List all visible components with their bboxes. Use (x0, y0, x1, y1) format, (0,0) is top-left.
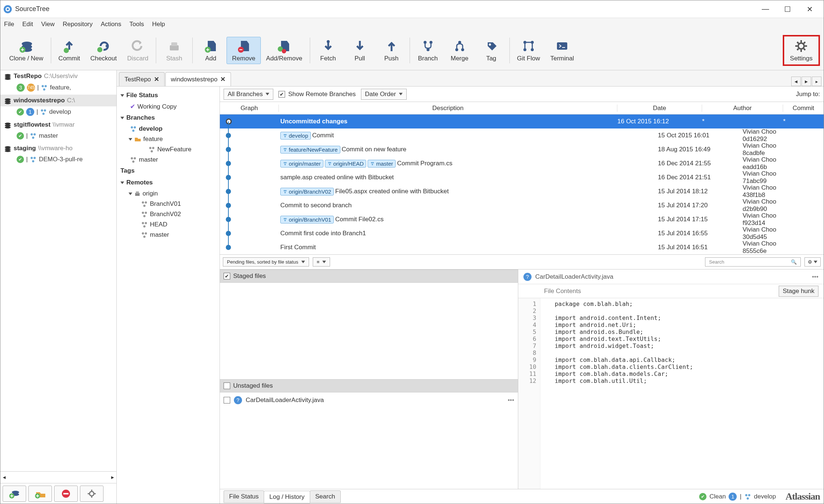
commit-row[interactable]: origin/master origin/HEAD master Commit … (220, 156, 824, 170)
col-commit[interactable]: Commit (783, 105, 824, 112)
commit-row[interactable]: Commit first code into Branch1 15 Jul 20… (220, 226, 824, 240)
tab-prev-button[interactable]: ◄ (791, 77, 801, 86)
unstaged-files-header[interactable]: Unstaged files (220, 379, 518, 392)
tag-button[interactable]: Tag (476, 37, 507, 64)
tab-log-history[interactable]: Log / History (264, 491, 310, 503)
svg-point-59 (34, 157, 36, 159)
nav-develop[interactable]: develop (119, 124, 217, 134)
add-remove-button[interactable]: Add/Remove (261, 37, 307, 64)
options-button[interactable]: ⚙ (804, 257, 821, 267)
nav-branchv01[interactable]: BranchV01 (119, 199, 217, 209)
nav-head[interactable]: HEAD (119, 219, 217, 230)
nav-feature-folder[interactable]: feature (119, 134, 217, 144)
push-button[interactable]: Push (376, 37, 407, 64)
discard-button[interactable]: Discard (122, 37, 154, 64)
col-date[interactable]: Date (617, 105, 702, 112)
menu-actions[interactable]: Actions (101, 21, 122, 28)
menu-file[interactable]: File (4, 21, 14, 28)
commit-row[interactable]: feature/NewFeature Commit on new feature… (220, 142, 824, 156)
svg-point-89 (142, 222, 144, 224)
svg-point-107 (371, 162, 372, 163)
commit-row[interactable]: sample.asp created online with Bitbucket… (220, 170, 824, 184)
nav-file-status[interactable]: File Status (119, 89, 217, 101)
merge-button[interactable]: Merge (444, 37, 476, 64)
nav-remotes[interactable]: Remotes (119, 177, 217, 188)
add-button[interactable]: Add (195, 37, 227, 64)
maximize-button[interactable]: ☐ (776, 0, 799, 18)
menu-repository[interactable]: Repository (63, 21, 92, 28)
svg-point-57 (5, 150, 11, 152)
close-tab-icon[interactable]: ✕ (220, 75, 225, 83)
col-author[interactable]: Author (702, 105, 783, 112)
checkout-button[interactable]: Checkout (85, 37, 122, 64)
commit-button[interactable]: Commit (53, 37, 85, 64)
repo-item[interactable]: staging \\vmware-ho (0, 142, 116, 154)
branch-button[interactable]: Branch (412, 37, 444, 64)
svg-point-87 (145, 212, 147, 214)
gitflow-button[interactable]: Git Flow (512, 37, 545, 64)
tab-file-status[interactable]: File Status (224, 490, 264, 503)
sidebar-scroll[interactable]: ◄► (0, 471, 116, 483)
remove-button[interactable]: Remove (227, 37, 261, 64)
repo-item[interactable]: TestRepo C:\Users\viv (0, 70, 116, 82)
show-remote-checkbox[interactable]: ✔Show Remote Branches (278, 91, 355, 98)
new-repo-button[interactable] (3, 486, 26, 502)
terminal-button[interactable]: Terminal (545, 37, 579, 64)
svg-point-7 (64, 48, 69, 53)
date-order-dropdown[interactable]: Date Order (361, 89, 407, 100)
nav-new-feature[interactable]: NewFeature (119, 144, 217, 155)
commit-row[interactable]: Uncommitted changes 16 Oct 2015 16:12 * … (220, 114, 824, 128)
new-folder-button[interactable] (28, 486, 52, 502)
remove-icon (236, 39, 251, 53)
nav-origin[interactable]: origin (119, 188, 217, 199)
view-mode-dropdown[interactable]: ≡ (313, 257, 330, 267)
pull-button[interactable]: Pull (344, 37, 376, 64)
commit-row[interactable]: origin/BranchV02 File05.aspx created onl… (220, 184, 824, 198)
nav-working-copy[interactable]: ✔Working Copy (119, 101, 217, 112)
nav-tags[interactable]: Tags (119, 165, 217, 177)
nav-master[interactable]: master (119, 155, 217, 165)
config-button[interactable] (80, 486, 104, 502)
col-graph[interactable]: Graph (220, 105, 279, 112)
nav-origin-master[interactable]: master (119, 230, 217, 240)
settings-button[interactable]: Settings (785, 37, 818, 64)
repo-tab[interactable]: windowstestrepo✕ (165, 72, 231, 86)
stage-hunk-button[interactable]: Stage hunk (779, 286, 818, 297)
staged-files-header[interactable]: ✔Staged files (220, 269, 518, 283)
nav-branches[interactable]: Branches (119, 112, 217, 124)
menu-help[interactable]: Help (152, 21, 165, 28)
nav-branchv02[interactable]: BranchV02 (119, 209, 217, 219)
delete-button[interactable] (54, 486, 78, 502)
stash-button[interactable]: Stash (158, 37, 190, 64)
clone-new-button[interactable]: Clone / New (4, 37, 49, 64)
fetch-button[interactable]: Fetch (312, 37, 344, 64)
minimize-button[interactable]: — (754, 0, 776, 18)
commit-row[interactable]: Commit to second branch 15 Jul 2014 17:2… (220, 198, 824, 212)
repo-item[interactable]: windowstestrepo C:\ (0, 95, 116, 106)
diff-menu-icon[interactable]: ••• (812, 273, 818, 281)
file-menu-icon[interactable]: ••• (508, 396, 514, 404)
unstaged-file-item[interactable]: ? CarDetailLoaderActivity.java ••• (220, 392, 518, 408)
commit-row[interactable]: develop Commit 15 Oct 2015 16:01 Vivian … (220, 128, 824, 142)
svg-point-98 (284, 148, 285, 149)
svg-point-104 (328, 162, 330, 163)
commit-row[interactable]: First Commit 15 Jul 2014 16:51 Vivian Ch… (220, 240, 824, 254)
svg-point-118 (747, 497, 749, 500)
close-tab-icon[interactable]: ✕ (154, 75, 159, 83)
repo-tab[interactable]: TestRepo✕ (119, 72, 165, 86)
pending-files-dropdown[interactable]: Pending files, sorted by file status (223, 257, 309, 267)
tab-search[interactable]: Search (310, 490, 341, 503)
repo-item[interactable]: stgitflowtest \\vmwar (0, 119, 116, 131)
menu-view[interactable]: View (41, 21, 55, 28)
search-input[interactable]: Search🔍 (705, 257, 801, 267)
tab-menu-button[interactable]: ▸ (812, 77, 821, 86)
all-branches-dropdown[interactable]: All Branches (224, 89, 273, 100)
commit-row[interactable]: origin/BranchV01 Commit File02.cs 15 Jul… (220, 212, 824, 226)
tab-next-button[interactable]: ► (802, 77, 811, 86)
diff-pane: ? CarDetailLoaderActivity.java ••• File … (518, 269, 824, 489)
close-button[interactable]: ✕ (799, 0, 821, 18)
menu-tools[interactable]: Tools (129, 21, 144, 28)
svg-point-20 (461, 48, 464, 51)
col-description[interactable]: Description (279, 105, 617, 112)
menu-edit[interactable]: Edit (22, 21, 33, 28)
